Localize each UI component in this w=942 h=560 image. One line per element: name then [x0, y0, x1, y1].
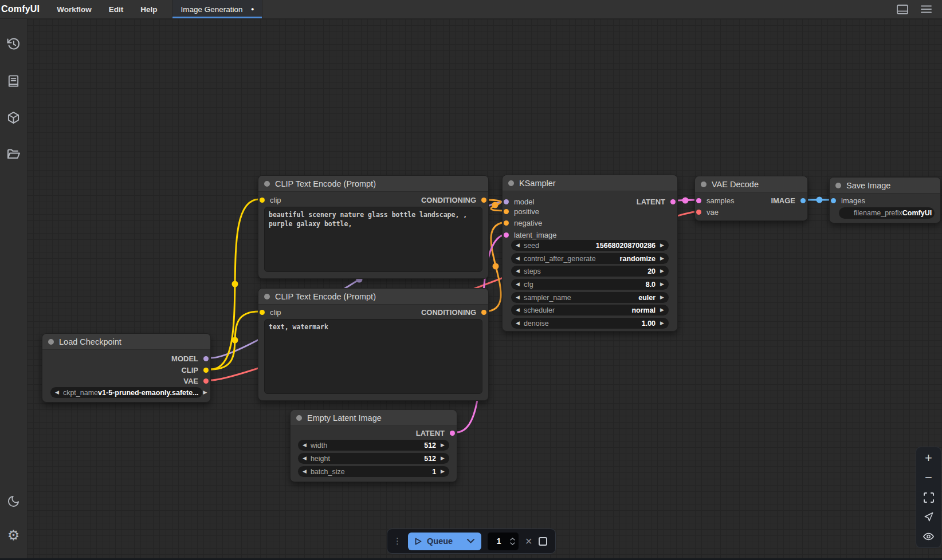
- batch-count-value[interactable]: 1: [488, 537, 510, 546]
- node-clip-text-encode-negative[interactable]: CLIP Text Encode (Prompt) clip CONDITION…: [258, 288, 489, 401]
- widget-width[interactable]: ◀ width 512 ▶: [298, 440, 449, 451]
- port-dot[interactable]: [481, 198, 486, 203]
- node-ksampler[interactable]: KSampler model positive negative latent_…: [502, 175, 678, 332]
- widget-sampler-name[interactable]: ◀ sampler_name euler ▶: [511, 292, 669, 303]
- input-port-clip[interactable]: clip: [260, 195, 281, 205]
- input-port-positive[interactable]: positive: [504, 206, 539, 216]
- node-header[interactable]: VAE Decode: [695, 176, 807, 192]
- node-header[interactable]: Save Image: [830, 178, 940, 194]
- output-port-image[interactable]: IMAGE: [771, 195, 806, 206]
- widget-filename-prefix[interactable]: filename_prefix ComfyUI: [839, 207, 935, 219]
- node-save-image[interactable]: Save Image images filename_prefix ComfyU…: [829, 177, 941, 223]
- menu-help[interactable]: Help: [140, 5, 157, 14]
- widget-arrow-left-icon[interactable]: ◀: [516, 295, 520, 300]
- widget-seed[interactable]: ◀ seed 156680208700286 ▶: [511, 240, 669, 251]
- collapse-dot[interactable]: [701, 182, 706, 187]
- output-port-conditioning[interactable]: CONDITIONING: [421, 307, 486, 317]
- count-stepper[interactable]: [510, 538, 515, 545]
- port-dot[interactable]: [800, 198, 806, 203]
- widget-arrow-right-icon[interactable]: ▶: [660, 295, 664, 300]
- toggle-bottom-panel-icon[interactable]: [897, 5, 908, 14]
- port-dot[interactable]: [504, 209, 509, 214]
- prompt-textarea[interactable]: beautiful scenery nature glass bottle la…: [264, 207, 482, 272]
- output-port-vae[interactable]: VAE: [183, 376, 209, 386]
- settings-icon[interactable]: ⚙: [2, 524, 25, 547]
- toggle-links-visibility-button[interactable]: [920, 530, 937, 543]
- output-port-clip[interactable]: CLIP: [181, 365, 209, 375]
- output-port-latent[interactable]: LATENT: [416, 428, 455, 438]
- drag-handle-icon[interactable]: ⋮: [393, 536, 402, 546]
- queue-history-icon[interactable]: [2, 33, 25, 56]
- input-port-clip[interactable]: clip: [260, 307, 281, 317]
- queue-button[interactable]: Queue: [408, 533, 481, 550]
- node-load-checkpoint[interactable]: Load Checkpoint MODEL CLIP VAE ◀ ckpt_na…: [42, 333, 211, 403]
- tab-image-generation[interactable]: Image Generation ●: [172, 0, 262, 18]
- node-library-icon[interactable]: [2, 69, 25, 92]
- widget-arrow-right-icon[interactable]: ▶: [203, 390, 207, 395]
- menu-workflow[interactable]: Workflow: [57, 5, 92, 14]
- widget-arrow-left-icon[interactable]: ◀: [303, 443, 307, 448]
- input-port-images[interactable]: images: [831, 195, 865, 206]
- node-header[interactable]: CLIP Text Encode (Prompt): [258, 176, 488, 192]
- node-empty-latent-image[interactable]: Empty Latent Image LATENT ◀ width 512 ▶ …: [290, 409, 457, 482]
- widget-height[interactable]: ◀ height 512 ▶: [298, 453, 449, 464]
- widget-ckpt-name[interactable]: ◀ ckpt_name v1-5-pruned-emaonly.safete..…: [50, 387, 202, 398]
- node-vae-decode[interactable]: VAE Decode samples vae IMAGE: [694, 176, 808, 221]
- widget-arrow-right-icon[interactable]: ▶: [441, 443, 445, 448]
- widget-scheduler[interactable]: ◀ scheduler normal ▶: [511, 305, 669, 316]
- widget-arrow-left-icon[interactable]: ◀: [516, 307, 520, 313]
- node-clip-text-encode-positive[interactable]: CLIP Text Encode (Prompt) clip CONDITION…: [258, 175, 489, 279]
- output-port-conditioning[interactable]: CONDITIONING: [421, 195, 486, 205]
- widget-arrow-right-icon[interactable]: ▶: [660, 282, 664, 287]
- widget-cfg[interactable]: ◀ cfg 8.0 ▶: [511, 279, 669, 290]
- widget-arrow-left-icon[interactable]: ◀: [516, 282, 520, 287]
- workflows-icon[interactable]: [2, 143, 25, 165]
- widget-arrow-right-icon[interactable]: ▶: [660, 243, 664, 248]
- widget-steps[interactable]: ◀ steps 20 ▶: [511, 266, 669, 277]
- app-logo[interactable]: ComfyUI: [1, 4, 40, 14]
- stepper-down-icon[interactable]: [510, 542, 515, 545]
- port-dot[interactable]: [504, 232, 509, 238]
- prompt-textarea[interactable]: text, watermark: [264, 319, 482, 394]
- port-dot[interactable]: [670, 199, 676, 204]
- widget-arrow-left-icon[interactable]: ◀: [303, 456, 307, 461]
- zoom-out-button[interactable]: −: [920, 471, 937, 484]
- menu-edit[interactable]: Edit: [109, 5, 124, 14]
- theme-toggle-icon[interactable]: [2, 490, 25, 512]
- port-dot[interactable]: [481, 310, 486, 315]
- widget-arrow-left-icon[interactable]: ◀: [303, 469, 307, 474]
- widget-arrow-left-icon[interactable]: ◀: [55, 390, 59, 395]
- collapse-dot[interactable]: [264, 294, 270, 299]
- input-port-vae[interactable]: vae: [696, 207, 719, 217]
- node-header[interactable]: KSampler: [503, 175, 677, 191]
- input-port-model[interactable]: model: [504, 196, 534, 207]
- collapse-dot[interactable]: [48, 339, 54, 345]
- port-dot[interactable]: [504, 199, 509, 204]
- cancel-run-icon[interactable]: ✕: [525, 536, 532, 547]
- select-mode-button[interactable]: [920, 510, 937, 524]
- widget-arrow-left-icon[interactable]: ◀: [516, 243, 520, 248]
- node-header[interactable]: CLIP Text Encode (Prompt): [258, 289, 488, 305]
- port-dot[interactable]: [696, 210, 701, 215]
- widget-arrow-left-icon[interactable]: ◀: [516, 256, 520, 261]
- widget-arrow-left-icon[interactable]: ◀: [516, 321, 520, 326]
- model-library-icon[interactable]: [2, 106, 25, 129]
- port-dot[interactable]: [203, 356, 209, 361]
- input-port-latent-image[interactable]: latent_image: [504, 230, 556, 240]
- chevron-down-icon[interactable]: [467, 539, 474, 543]
- stop-icon[interactable]: [539, 537, 547, 546]
- batch-count-input[interactable]: 1: [488, 533, 519, 550]
- port-dot[interactable]: [831, 198, 836, 203]
- collapse-dot[interactable]: [264, 181, 270, 187]
- collapse-dot[interactable]: [835, 183, 841, 188]
- widget-control-after-generate[interactable]: ◀ control_after_generate randomize ▶: [511, 253, 669, 264]
- widget-arrow-right-icon[interactable]: ▶: [660, 307, 664, 313]
- node-header[interactable]: Load Checkpoint: [42, 334, 210, 350]
- widget-batch-size[interactable]: ◀ batch_size 1 ▶: [298, 466, 449, 477]
- port-dot[interactable]: [504, 220, 509, 226]
- output-port-model[interactable]: MODEL: [171, 353, 209, 364]
- widget-arrow-right-icon[interactable]: ▶: [660, 321, 664, 326]
- widget-arrow-left-icon[interactable]: ◀: [516, 269, 520, 274]
- widget-arrow-right-icon[interactable]: ▶: [660, 269, 664, 274]
- port-dot[interactable]: [260, 198, 265, 203]
